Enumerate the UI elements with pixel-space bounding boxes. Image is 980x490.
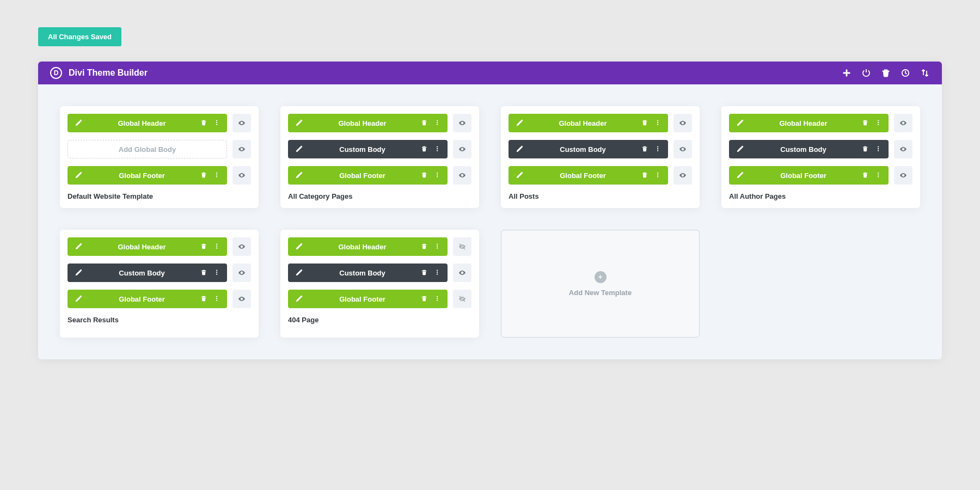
edit-icon[interactable] <box>292 269 305 277</box>
trash-icon[interactable] <box>419 145 430 153</box>
edit-icon[interactable] <box>72 171 85 179</box>
edit-icon[interactable] <box>72 119 85 127</box>
visibility-toggle[interactable] <box>232 264 251 282</box>
layout-bar[interactable]: Custom Body <box>729 140 889 158</box>
trash-icon[interactable] <box>199 269 210 277</box>
edit-icon[interactable] <box>72 295 85 303</box>
edit-icon[interactable] <box>72 243 85 250</box>
bar-right-icons <box>860 145 884 153</box>
visibility-toggle[interactable] <box>453 264 471 282</box>
layout-bar[interactable]: Custom Body <box>288 140 448 158</box>
layout-bar[interactable]: Global Footer <box>288 290 448 308</box>
layout-bar[interactable]: Global Footer <box>729 166 889 185</box>
layout-bar[interactable]: Global Header <box>68 237 227 256</box>
more-icon[interactable] <box>212 171 223 179</box>
layout-bar[interactable]: Custom Body <box>288 264 448 282</box>
visibility-toggle[interactable] <box>453 140 471 158</box>
edit-icon[interactable] <box>513 145 526 153</box>
more-icon[interactable] <box>432 295 443 303</box>
more-icon[interactable] <box>432 171 443 179</box>
layout-bar[interactable]: Global Header <box>729 114 889 132</box>
trash-icon[interactable] <box>419 171 430 179</box>
edit-icon[interactable] <box>292 145 305 153</box>
visibility-toggle[interactable] <box>453 237 471 256</box>
more-icon[interactable] <box>653 171 664 179</box>
trash-icon[interactable] <box>640 119 651 127</box>
more-icon[interactable] <box>873 119 884 127</box>
edit-icon[interactable] <box>292 295 305 303</box>
visibility-toggle[interactable] <box>894 166 912 185</box>
bar-label: Custom Body <box>305 145 419 154</box>
visibility-toggle[interactable] <box>232 114 251 132</box>
more-icon[interactable] <box>653 119 664 127</box>
bar-right-icons <box>199 171 223 179</box>
trash-icon[interactable] <box>860 171 871 179</box>
trash-icon[interactable] <box>199 119 210 127</box>
bar-label: Global Footer <box>746 171 860 180</box>
template-row: Global Header <box>509 114 692 132</box>
trash-icon[interactable] <box>640 145 651 153</box>
edit-icon[interactable] <box>292 243 305 250</box>
save-changes-button[interactable]: All Changes Saved <box>38 27 121 46</box>
trash-icon[interactable] <box>881 68 891 78</box>
visibility-toggle[interactable] <box>232 237 251 256</box>
edit-icon[interactable] <box>292 119 305 127</box>
edit-icon[interactable] <box>292 171 305 179</box>
history-icon[interactable] <box>901 68 910 78</box>
more-icon[interactable] <box>432 145 443 153</box>
visibility-toggle[interactable] <box>894 140 912 158</box>
layout-bar[interactable]: Global Footer <box>288 166 448 185</box>
layout-bar[interactable]: Custom Body <box>509 140 668 158</box>
layout-bar[interactable]: Global Footer <box>68 290 227 308</box>
visibility-toggle[interactable] <box>894 114 912 132</box>
layout-bar[interactable]: Global Header <box>288 114 448 132</box>
layout-bar[interactable]: Global Header <box>288 237 448 256</box>
visibility-toggle[interactable] <box>673 114 692 132</box>
visibility-toggle[interactable] <box>673 140 692 158</box>
layout-bar[interactable]: Global Header <box>509 114 668 132</box>
more-icon[interactable] <box>653 145 664 153</box>
layout-bar[interactable]: Global Footer <box>68 166 227 185</box>
visibility-toggle[interactable] <box>232 166 251 185</box>
edit-icon[interactable] <box>733 171 746 179</box>
add-global-body-button[interactable]: Add Global Body <box>68 140 227 158</box>
more-icon[interactable] <box>212 119 223 127</box>
more-icon[interactable] <box>212 243 223 250</box>
more-icon[interactable] <box>873 171 884 179</box>
edit-icon[interactable] <box>733 119 746 127</box>
trash-icon[interactable] <box>419 119 430 127</box>
more-icon[interactable] <box>212 269 223 277</box>
trash-icon[interactable] <box>419 269 430 277</box>
portability-icon[interactable] <box>920 68 930 78</box>
visibility-toggle[interactable] <box>453 166 471 185</box>
more-icon[interactable] <box>873 145 884 153</box>
layout-bar[interactable]: Custom Body <box>68 264 227 282</box>
visibility-toggle[interactable] <box>453 290 471 308</box>
more-icon[interactable] <box>212 295 223 303</box>
layout-bar[interactable]: Global Footer <box>509 166 668 185</box>
trash-icon[interactable] <box>860 145 871 153</box>
edit-icon[interactable] <box>733 145 746 153</box>
add-new-template-card[interactable]: + Add New Template <box>501 230 700 338</box>
visibility-toggle[interactable] <box>232 290 251 308</box>
add-icon[interactable] <box>842 68 852 78</box>
trash-icon[interactable] <box>199 295 210 303</box>
more-icon[interactable] <box>432 269 443 277</box>
trash-icon[interactable] <box>640 171 651 179</box>
trash-icon[interactable] <box>860 119 871 127</box>
trash-icon[interactable] <box>419 243 430 250</box>
power-icon[interactable] <box>861 68 871 78</box>
trash-icon[interactable] <box>199 171 210 179</box>
more-icon[interactable] <box>432 119 443 127</box>
more-icon[interactable] <box>432 243 443 250</box>
trash-icon[interactable] <box>419 295 430 303</box>
visibility-toggle[interactable] <box>673 166 692 185</box>
edit-icon[interactable] <box>513 119 526 127</box>
edit-icon[interactable] <box>513 171 526 179</box>
visibility-toggle[interactable] <box>453 114 471 132</box>
visibility-toggle[interactable] <box>232 140 251 158</box>
edit-icon[interactable] <box>72 269 85 277</box>
trash-icon[interactable] <box>199 243 210 250</box>
layout-bar[interactable]: Global Header <box>68 114 227 132</box>
bar-label: Custom Body <box>305 269 419 277</box>
